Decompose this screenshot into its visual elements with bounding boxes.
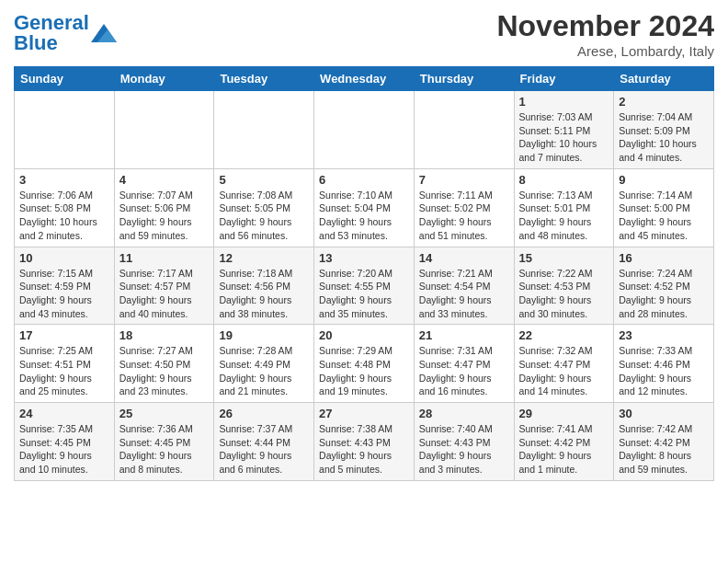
table-cell: 8Sunrise: 7:13 AM Sunset: 5:01 PM Daylig… xyxy=(514,168,614,247)
day-info: Sunrise: 7:29 AM Sunset: 4:48 PM Dayligh… xyxy=(319,344,409,398)
day-number: 9 xyxy=(619,173,709,187)
logo-blue: Blue xyxy=(14,31,58,54)
day-info: Sunrise: 7:10 AM Sunset: 5:04 PM Dayligh… xyxy=(319,189,409,243)
table-cell: 5Sunrise: 7:08 AM Sunset: 5:05 PM Daylig… xyxy=(214,168,314,247)
col-sunday: Sunday xyxy=(15,67,115,91)
header-row: Sunday Monday Tuesday Wednesday Thursday… xyxy=(15,67,714,91)
col-friday: Friday xyxy=(514,67,614,91)
day-number: 28 xyxy=(419,407,509,420)
day-number: 7 xyxy=(419,173,509,187)
day-number: 15 xyxy=(519,251,609,265)
day-info: Sunrise: 7:20 AM Sunset: 4:55 PM Dayligh… xyxy=(319,267,409,321)
day-number: 22 xyxy=(519,328,609,342)
table-cell: 11Sunrise: 7:17 AM Sunset: 4:57 PM Dayli… xyxy=(114,247,214,325)
logo-text: General Blue xyxy=(14,13,89,53)
day-info: Sunrise: 7:37 AM Sunset: 4:44 PM Dayligh… xyxy=(219,422,309,477)
table-cell: 17Sunrise: 7:25 AM Sunset: 4:51 PM Dayli… xyxy=(15,325,115,403)
table-cell xyxy=(414,91,514,169)
day-info: Sunrise: 7:13 AM Sunset: 5:01 PM Dayligh… xyxy=(519,189,609,243)
table-cell: 15Sunrise: 7:22 AM Sunset: 4:53 PM Dayli… xyxy=(514,247,614,325)
day-number: 30 xyxy=(619,407,709,420)
table-cell: 19Sunrise: 7:28 AM Sunset: 4:49 PM Dayli… xyxy=(214,325,314,403)
day-info: Sunrise: 7:07 AM Sunset: 5:06 PM Dayligh… xyxy=(119,189,210,243)
day-number: 13 xyxy=(319,251,409,265)
logo: General Blue xyxy=(14,13,117,53)
day-info: Sunrise: 7:25 AM Sunset: 4:51 PM Dayligh… xyxy=(19,344,109,398)
day-number: 16 xyxy=(619,251,709,265)
day-info: Sunrise: 7:11 AM Sunset: 5:02 PM Dayligh… xyxy=(419,189,509,243)
col-thursday: Thursday xyxy=(414,67,514,91)
calendar-table: Sunday Monday Tuesday Wednesday Thursday… xyxy=(14,66,714,481)
day-number: 6 xyxy=(319,173,409,187)
day-number: 5 xyxy=(219,173,309,187)
table-cell: 21Sunrise: 7:31 AM Sunset: 4:47 PM Dayli… xyxy=(414,325,514,403)
col-wednesday: Wednesday xyxy=(314,67,415,91)
table-cell xyxy=(15,91,115,169)
day-info: Sunrise: 7:03 AM Sunset: 5:11 PM Dayligh… xyxy=(519,110,609,165)
page-container: General Blue November 2024 Arese, Lombar… xyxy=(0,0,728,486)
header: General Blue November 2024 Arese, Lombar… xyxy=(14,9,714,59)
table-cell: 23Sunrise: 7:33 AM Sunset: 4:46 PM Dayli… xyxy=(614,325,714,403)
day-info: Sunrise: 7:35 AM Sunset: 4:45 PM Dayligh… xyxy=(19,422,109,477)
table-cell xyxy=(314,91,415,169)
day-info: Sunrise: 7:04 AM Sunset: 5:09 PM Dayligh… xyxy=(619,110,709,165)
day-info: Sunrise: 7:41 AM Sunset: 4:42 PM Dayligh… xyxy=(519,422,609,477)
day-number: 20 xyxy=(319,328,409,342)
day-number: 26 xyxy=(219,407,309,420)
table-cell: 9Sunrise: 7:14 AM Sunset: 5:00 PM Daylig… xyxy=(614,168,714,247)
day-info: Sunrise: 7:42 AM Sunset: 4:42 PM Dayligh… xyxy=(619,422,709,477)
day-number: 1 xyxy=(519,95,609,109)
day-info: Sunrise: 7:31 AM Sunset: 4:47 PM Dayligh… xyxy=(419,344,509,398)
col-tuesday: Tuesday xyxy=(214,67,314,91)
table-cell: 25Sunrise: 7:36 AM Sunset: 4:45 PM Dayli… xyxy=(114,403,214,481)
day-number: 27 xyxy=(319,407,409,420)
day-number: 25 xyxy=(119,407,210,420)
table-cell: 1Sunrise: 7:03 AM Sunset: 5:11 PM Daylig… xyxy=(514,91,614,169)
table-cell: 29Sunrise: 7:41 AM Sunset: 4:42 PM Dayli… xyxy=(514,403,614,481)
day-number: 19 xyxy=(219,328,309,342)
day-info: Sunrise: 7:15 AM Sunset: 4:59 PM Dayligh… xyxy=(19,267,109,321)
table-cell: 14Sunrise: 7:21 AM Sunset: 4:54 PM Dayli… xyxy=(414,247,514,325)
day-number: 23 xyxy=(619,328,709,342)
day-info: Sunrise: 7:38 AM Sunset: 4:43 PM Dayligh… xyxy=(319,422,409,477)
day-info: Sunrise: 7:36 AM Sunset: 4:45 PM Dayligh… xyxy=(119,422,210,477)
day-number: 2 xyxy=(619,95,709,109)
day-number: 29 xyxy=(519,407,609,420)
day-info: Sunrise: 7:22 AM Sunset: 4:53 PM Dayligh… xyxy=(519,267,609,321)
day-number: 24 xyxy=(19,407,109,420)
table-cell: 20Sunrise: 7:29 AM Sunset: 4:48 PM Dayli… xyxy=(314,325,415,403)
day-number: 21 xyxy=(419,328,509,342)
day-info: Sunrise: 7:27 AM Sunset: 4:50 PM Dayligh… xyxy=(119,344,210,398)
day-info: Sunrise: 7:33 AM Sunset: 4:46 PM Dayligh… xyxy=(619,344,709,398)
table-cell: 16Sunrise: 7:24 AM Sunset: 4:52 PM Dayli… xyxy=(614,247,714,325)
table-cell: 2Sunrise: 7:04 AM Sunset: 5:09 PM Daylig… xyxy=(614,91,714,169)
table-cell: 30Sunrise: 7:42 AM Sunset: 4:42 PM Dayli… xyxy=(614,403,714,481)
table-cell: 7Sunrise: 7:11 AM Sunset: 5:02 PM Daylig… xyxy=(414,168,514,247)
location: Arese, Lombardy, Italy xyxy=(496,43,714,59)
day-info: Sunrise: 7:32 AM Sunset: 4:47 PM Dayligh… xyxy=(519,344,609,398)
table-cell: 26Sunrise: 7:37 AM Sunset: 4:44 PM Dayli… xyxy=(214,403,314,481)
table-cell: 13Sunrise: 7:20 AM Sunset: 4:55 PM Dayli… xyxy=(314,247,415,325)
table-cell: 27Sunrise: 7:38 AM Sunset: 4:43 PM Dayli… xyxy=(314,403,415,481)
logo-icon xyxy=(91,24,117,42)
table-cell: 18Sunrise: 7:27 AM Sunset: 4:50 PM Dayli… xyxy=(114,325,214,403)
day-number: 14 xyxy=(419,251,509,265)
day-number: 11 xyxy=(119,251,210,265)
table-cell xyxy=(114,91,214,169)
day-info: Sunrise: 7:24 AM Sunset: 4:52 PM Dayligh… xyxy=(619,267,709,321)
table-cell: 4Sunrise: 7:07 AM Sunset: 5:06 PM Daylig… xyxy=(114,168,214,247)
table-cell: 22Sunrise: 7:32 AM Sunset: 4:47 PM Dayli… xyxy=(514,325,614,403)
day-number: 17 xyxy=(19,328,109,342)
table-cell: 12Sunrise: 7:18 AM Sunset: 4:56 PM Dayli… xyxy=(214,247,314,325)
table-cell: 24Sunrise: 7:35 AM Sunset: 4:45 PM Dayli… xyxy=(15,403,115,481)
day-number: 12 xyxy=(219,251,309,265)
table-cell: 3Sunrise: 7:06 AM Sunset: 5:08 PM Daylig… xyxy=(15,168,115,247)
day-info: Sunrise: 7:14 AM Sunset: 5:00 PM Dayligh… xyxy=(619,189,709,243)
table-cell: 10Sunrise: 7:15 AM Sunset: 4:59 PM Dayli… xyxy=(15,247,115,325)
col-saturday: Saturday xyxy=(614,67,714,91)
title-block: November 2024 Arese, Lombardy, Italy xyxy=(496,9,714,59)
table-cell: 6Sunrise: 7:10 AM Sunset: 5:04 PM Daylig… xyxy=(314,168,415,247)
day-info: Sunrise: 7:21 AM Sunset: 4:54 PM Dayligh… xyxy=(419,267,509,321)
day-number: 3 xyxy=(19,173,109,187)
day-info: Sunrise: 7:40 AM Sunset: 4:43 PM Dayligh… xyxy=(419,422,509,477)
